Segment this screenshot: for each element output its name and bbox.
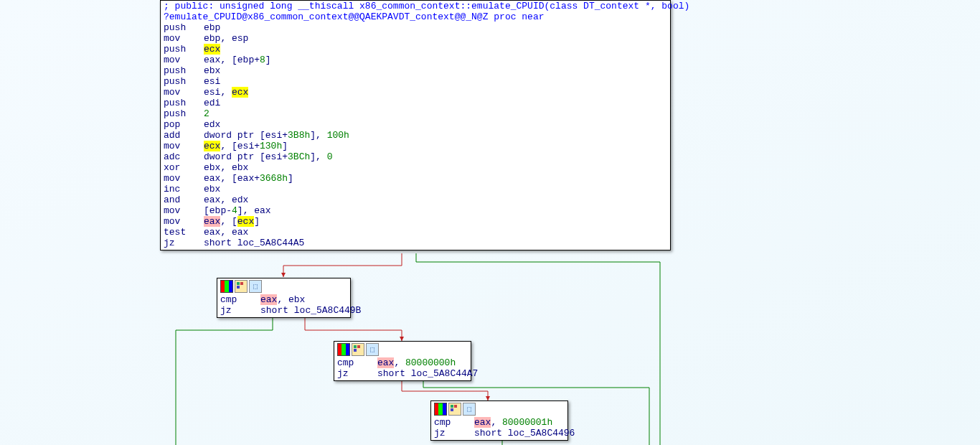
node-body: cmpeax, 80000001h jzshort loc_5A8C4496 xyxy=(431,417,567,440)
color-icon[interactable] xyxy=(434,403,447,416)
node-toolbar: ⬚ xyxy=(217,278,350,294)
proc-label: ?emulate_CPUID@x86_common_context@@QAEKP… xyxy=(164,11,545,22)
palette-icon[interactable] xyxy=(352,343,364,356)
node-toolbar: ⬚ xyxy=(431,401,567,417)
disasm-node-main[interactable]: ; public: unsigned long __thiscall x86_c… xyxy=(160,0,671,250)
disasm-node-4[interactable]: ⬚ cmpeax, 80000001h jzshort loc_5A8C4496 xyxy=(430,400,568,441)
group-icon[interactable]: ⬚ xyxy=(249,280,262,293)
node-body: cmpeax, 80000000h jzshort loc_5A8C44A7 xyxy=(334,357,471,380)
node-body: cmpeax, ebx jzshort loc_5A8C449B xyxy=(217,294,350,317)
group-icon[interactable]: ⬚ xyxy=(366,343,379,356)
disasm-node-2[interactable]: ⬚ cmpeax, ebx jzshort loc_5A8C449B xyxy=(217,278,351,318)
color-icon[interactable] xyxy=(220,280,233,293)
palette-icon[interactable] xyxy=(235,280,248,293)
color-icon[interactable] xyxy=(337,343,350,356)
disasm-node-3[interactable]: ⬚ cmpeax, 80000000h jzshort loc_5A8C44A7 xyxy=(334,341,471,381)
proc-comment: ; public: unsigned long __thiscall x86_c… xyxy=(164,1,689,11)
disasm-main-body: ; public: unsigned long __thiscall x86_c… xyxy=(161,1,670,250)
palette-icon[interactable] xyxy=(448,403,461,416)
node-toolbar: ⬚ xyxy=(334,342,471,357)
group-icon[interactable]: ⬚ xyxy=(463,403,476,416)
